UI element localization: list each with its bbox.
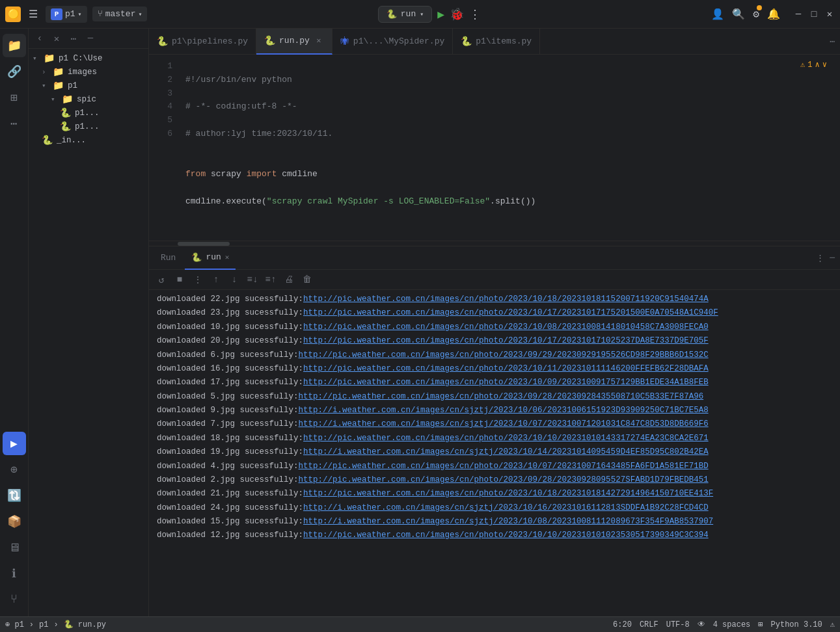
panel-tab-run-active[interactable]: 🐍 run ✕ (185, 246, 236, 270)
tab-run[interactable]: 🐍 run.py ✕ (256, 29, 332, 55)
settings-icon[interactable]: ⚙ (753, 8, 759, 21)
output-url[interactable]: http://pic.weather.com.cn/images/cn/phot… (303, 335, 709, 347)
output-url[interactable]: http://pic.weather.com.cn/images/cn/phot… (303, 293, 709, 306)
more-menu-button[interactable]: ⋮ (469, 7, 481, 21)
status-warning-icon[interactable]: ⚠ (830, 620, 835, 629)
output-url[interactable]: http://pic.weather.com.cn/images/cn/phot… (303, 376, 709, 389)
status-grid-icon[interactable]: ⊞ (758, 620, 763, 629)
output-url[interactable]: http://i.weather.com.cn/images/cn/sjztj/… (303, 446, 709, 458)
output-url[interactable]: http://i.weather.com.cn/images/cn/sjztj/… (303, 502, 709, 514)
warning-nav-down[interactable]: ∨ (822, 60, 827, 70)
activity-layers[interactable]: ⊕ (3, 458, 26, 481)
tab-myspider[interactable]: 🕷 p1\...\MySpider.py (332, 29, 453, 55)
status-eye-icon[interactable]: 👁 (698, 620, 705, 629)
tabs-overflow-menu[interactable]: ⋯ (824, 36, 840, 47)
tree-item-images[interactable]: › 📁 images (29, 65, 148, 79)
output-url[interactable]: http://i.weather.com.cn/images/cn/sjztj/… (303, 516, 713, 528)
status-project[interactable]: ⊕ p1 (5, 620, 24, 629)
tree-item-spic[interactable]: ▾ 📁 spic (29, 92, 148, 106)
output-url[interactable]: http://pic.weather.com.cn/images/cn/phot… (299, 391, 704, 403)
close-button[interactable]: ✕ (824, 9, 835, 20)
tool-more[interactable]: ⋮ (191, 272, 205, 287)
output-url[interactable]: http://pic.weather.com.cn/images/cn/phot… (299, 474, 709, 486)
sidebar-minimize[interactable]: ─ (83, 31, 98, 46)
output-url[interactable]: http://i.weather.com.cn/images/cn/sjztj/… (299, 418, 709, 430)
sidebar-close[interactable]: ✕ (49, 31, 64, 46)
activity-more[interactable]: ⋯ (3, 112, 26, 135)
output-url[interactable]: http://pic.weather.com.cn/images/cn/phot… (303, 363, 709, 375)
activity-refresh[interactable]: 🔃 (3, 484, 26, 507)
tool-clear[interactable]: 🗑 (300, 272, 314, 287)
run-config-button[interactable]: 🐍 run ▾ (378, 6, 432, 23)
panel-tab-py-icon: 🐍 (191, 252, 202, 263)
activity-run[interactable]: ▶ (3, 432, 26, 455)
tree-item-py1[interactable]: 🐍 p1... (29, 106, 148, 120)
output-url[interactable]: http://pic.weather.com.cn/images/cn/phot… (299, 460, 709, 473)
hamburger-menu[interactable]: ☰ (26, 5, 40, 23)
search-icon[interactable]: 🔍 (732, 8, 745, 21)
project-label: p1 (65, 9, 75, 19)
warning-badge: ⚠ 1 ∧ ∨ (800, 60, 827, 70)
output-url[interactable]: http://pic.weather.com.cn/images/cn/phot… (303, 321, 709, 334)
tool-scroll-up[interactable]: ↑ (209, 272, 223, 287)
output-url[interactable]: http://pic.weather.com.cn/images/cn/phot… (303, 432, 709, 445)
activity-explorer[interactable]: 📁 (3, 34, 26, 57)
run-output[interactable]: downloaded 22.jpg sucessfully:http://pic… (149, 290, 840, 616)
output-url[interactable]: http://pic.weather.com.cn/images/cn/phot… (303, 307, 718, 319)
maximize-button[interactable]: □ (809, 9, 819, 20)
tool-scroll-down[interactable]: ↓ (227, 272, 241, 287)
panel-minimize-icon[interactable]: ─ (830, 253, 835, 263)
warning-nav-up[interactable]: ∧ (815, 60, 820, 70)
status-folder[interactable]: p1 (39, 620, 48, 629)
tree-label-spic: spic (77, 95, 96, 104)
output-url[interactable]: http://i.weather.com.cn/images/cn/sjztj/… (299, 404, 709, 417)
run-config-dot: 🐍 (386, 9, 397, 20)
output-url[interactable]: http://pic.weather.com.cn/images/cn/phot… (303, 529, 709, 542)
editor-hscrollbar[interactable] (149, 241, 840, 246)
output-url[interactable]: http://pic.weather.com.cn/images/cn/phot… (299, 349, 709, 362)
panel-tab-run-label[interactable]: Run (154, 246, 182, 270)
panel-tab-close[interactable]: ✕ (225, 253, 230, 261)
status-position[interactable]: 6:20 (613, 620, 632, 629)
minimize-button[interactable]: ─ (793, 9, 804, 20)
branch-selector[interactable]: ⑂ master ▾ (92, 7, 148, 21)
activity-info[interactable]: ℹ (3, 562, 26, 585)
tab-close-run[interactable]: ✕ (314, 36, 324, 46)
tool-rerun[interactable]: ↺ (154, 272, 169, 287)
tool-stop[interactable]: ■ (172, 272, 187, 287)
activity-source-control[interactable]: ⑂ (3, 588, 26, 611)
title-bar-left: 🟡 ☰ P p1 ▾ ⑂ master ▾ (5, 5, 147, 23)
tree-item-init[interactable]: 🐍 _in... (29, 133, 148, 147)
output-url[interactable]: http://pic.weather.com.cn/images/cn/phot… (303, 488, 713, 500)
tree-item-p1-root[interactable]: ▾ 📁 p1 C:\Use (29, 51, 148, 65)
play-button[interactable]: ▶ (437, 7, 444, 21)
status-indent[interactable]: 4 spaces (713, 620, 751, 629)
sidebar-more-options[interactable]: ⋯ (66, 31, 81, 46)
tree-item-p1-folder[interactable]: ▾ 📁 p1 (29, 79, 148, 92)
status-python-version[interactable]: Python 3.10 (771, 620, 822, 629)
tool-scroll-top[interactable]: ≡↑ (264, 272, 278, 287)
activity-packages[interactable]: 📦 (3, 510, 26, 533)
tree-item-py2[interactable]: 🐍 p1... (29, 120, 148, 133)
title-bar: 🟡 ☰ P p1 ▾ ⑂ master ▾ 🐍 run ▾ ▶ 🐞 ⋮ 👤 🔍 … (0, 0, 840, 29)
status-crlf[interactable]: CRLF (640, 620, 658, 629)
tab-pipelines[interactable]: 🐍 p1\pipelines.py (149, 29, 256, 55)
notification-icon[interactable]: 🔔 (767, 8, 780, 21)
tool-print[interactable]: 🖨 (282, 272, 296, 287)
activity-git[interactable]: 🔗 (3, 60, 26, 83)
project-selector[interactable]: P p1 ▾ (46, 6, 87, 23)
tool-scroll-end[interactable]: ≡↓ (245, 272, 260, 287)
code-content[interactable]: #!/usr/bin/env python # -*- coding:utf-8… (178, 55, 723, 241)
status-encoding[interactable]: UTF-8 (666, 620, 690, 629)
debug-button[interactable]: 🐞 (450, 7, 464, 21)
sidebar-chevron-left[interactable]: ‹ (33, 31, 47, 46)
folder-icon-spic: 📁 (62, 94, 73, 105)
activity-terminal[interactable]: 🖥 (3, 536, 26, 559)
status-file[interactable]: 🐍 run.py (64, 620, 106, 629)
activity-extensions[interactable]: ⊞ (3, 86, 26, 109)
sidebar: ‹ ✕ ⋯ ─ ▾ 📁 p1 C:\Use › 📁 images ▾ 📁 p1 (29, 29, 149, 616)
tree-label-py2: p1... (75, 122, 100, 131)
panel-more-icon[interactable]: ⋮ (816, 253, 824, 263)
tab-items[interactable]: 🐍 p1\items.py (453, 29, 540, 55)
collab-icon[interactable]: 👤 (711, 8, 724, 21)
